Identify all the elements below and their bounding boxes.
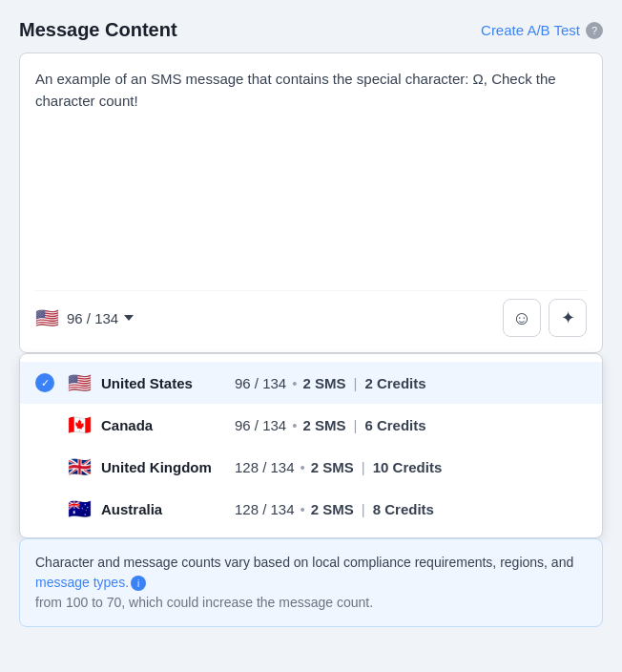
row-credits: 10 Credits <box>373 459 443 475</box>
row-count-info: 128 / 134 • 2 SMS | 10 Credits <box>235 459 442 475</box>
dot-separator: • <box>301 459 305 475</box>
dropdown-row[interactable]: 🇬🇧 United Kingdom 128 / 134 • 2 SMS | 10… <box>20 446 602 488</box>
row-flag: 🇦🇺 <box>68 497 92 520</box>
row-sms-count: 2 SMS <box>302 417 345 433</box>
info-text: Character and message counts vary based … <box>35 553 587 593</box>
dropdown-container: ✓ 🇺🇸 United States 96 / 134 • 2 SMS | 2 … <box>19 353 603 627</box>
pipe-separator: | <box>354 375 358 391</box>
row-chars: 96 / 134 <box>235 375 286 391</box>
row-country: United States <box>101 375 225 391</box>
emoji-button[interactable]: ☺ <box>503 299 541 337</box>
page-container: Message Content Create A/B Test ? 🇺🇸 96 … <box>19 19 603 627</box>
dot-separator: • <box>292 417 297 433</box>
page-title: Message Content <box>19 19 177 41</box>
row-flag: 🇬🇧 <box>68 455 92 478</box>
row-country: Canada <box>101 417 225 433</box>
sparkle-button[interactable]: ✦ <box>549 299 587 337</box>
row-sms-count: 2 SMS <box>311 501 354 517</box>
create-ab-link[interactable]: Create A/B Test <box>481 22 580 38</box>
row-count-info: 96 / 134 • 2 SMS | 6 Credits <box>235 417 426 433</box>
row-credits: 6 Credits <box>364 417 425 433</box>
chevron-down-icon[interactable] <box>124 315 134 321</box>
message-textarea[interactable] <box>35 69 587 279</box>
row-sms-count: 2 SMS <box>302 375 345 391</box>
info-box: Character and message counts vary based … <box>19 538 603 627</box>
row-count-info: 128 / 134 • 2 SMS | 8 Credits <box>235 501 434 517</box>
row-chars: 128 / 134 <box>235 459 295 475</box>
message-footer: 🇺🇸 96 / 134 ☺ ✦ <box>35 290 587 337</box>
sparkle-icon: ✦ <box>561 307 575 328</box>
toolbar-icons: ☺ ✦ <box>503 299 587 337</box>
message-types-link[interactable]: message types. <box>35 575 129 590</box>
row-flag: 🇺🇸 <box>68 371 92 394</box>
check-icon: ✓ <box>35 373 54 392</box>
help-icon[interactable]: ? <box>586 22 603 39</box>
row-flag: 🇨🇦 <box>68 413 92 436</box>
message-box: 🇺🇸 96 / 134 ☺ ✦ <box>19 52 603 353</box>
dropdown-row[interactable]: ✓ 🇺🇸 United States 96 / 134 • 2 SMS | 2 … <box>20 362 602 404</box>
pipe-separator: | <box>354 417 358 433</box>
emoji-icon: ☺ <box>512 307 531 329</box>
dropdown-row[interactable]: 🇨🇦 Canada 96 / 134 • 2 SMS | 6 Credits <box>20 404 602 446</box>
row-country: Australia <box>101 501 225 517</box>
dot-separator: • <box>292 375 297 391</box>
row-credits: 8 Credits <box>373 501 434 517</box>
char-count-area[interactable]: 🇺🇸 96 / 134 <box>35 306 134 329</box>
row-chars: 96 / 134 <box>235 417 286 433</box>
pipe-separator: | <box>362 501 365 517</box>
faded-info-text: from 100 to 70, which could increase the… <box>35 593 587 613</box>
dropdown-row[interactable]: 🇦🇺 Australia 128 / 134 • 2 SMS | 8 Credi… <box>20 488 602 530</box>
dot-separator: • <box>301 501 305 517</box>
country-flag: 🇺🇸 <box>35 306 59 329</box>
header-right: Create A/B Test ? <box>481 22 603 39</box>
row-chars: 128 / 134 <box>235 501 295 517</box>
row-country: United Kingdom <box>101 459 225 475</box>
section-header: Message Content Create A/B Test ? <box>19 19 603 41</box>
pipe-separator: | <box>362 459 365 475</box>
row-credits: 2 Credits <box>364 375 425 391</box>
row-count-info: 96 / 134 • 2 SMS | 2 Credits <box>235 375 426 391</box>
char-count: 96 / 134 <box>67 310 134 326</box>
dropdown-panel: ✓ 🇺🇸 United States 96 / 134 • 2 SMS | 2 … <box>19 353 603 538</box>
row-sms-count: 2 SMS <box>311 459 354 475</box>
info-inline-icon: i <box>131 576 146 591</box>
